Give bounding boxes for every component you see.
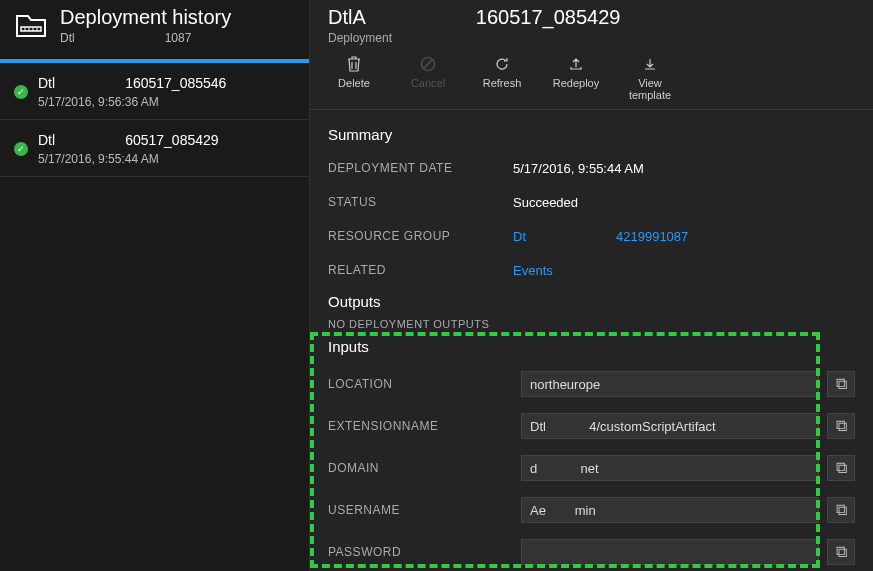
password-input[interactable] (521, 539, 819, 565)
delete-button[interactable]: Delete (328, 55, 380, 101)
username-input[interactable] (521, 497, 819, 523)
resource-group-link[interactable]: Dt4219991087 (513, 229, 688, 244)
deployment-time: 5/17/2016, 9:55:44 AM (38, 152, 219, 166)
location-label: LOCATION (328, 377, 513, 391)
summary-heading: Summary (328, 126, 855, 143)
password-label: PASSWORD (328, 545, 513, 559)
inputs-heading: Inputs (328, 338, 855, 355)
location-input[interactable] (521, 371, 819, 397)
view-template-button[interactable]: View template (624, 55, 676, 101)
copy-button[interactable]: ⧉ (827, 497, 855, 523)
deployment-name: Dtl60517_085429 (38, 132, 219, 148)
copy-icon: ⧉ (836, 375, 847, 393)
trash-icon (345, 55, 363, 73)
deployment-list-item[interactable]: ✓ Dtl160517_085546 5/17/2016, 9:56:36 AM (0, 63, 309, 120)
redeploy-icon (567, 55, 585, 73)
outputs-heading: Outputs (328, 293, 855, 310)
resource-group-label: RESOURCE GROUP (328, 229, 513, 243)
extensionname-input[interactable] (521, 413, 819, 439)
copy-icon: ⧉ (836, 417, 847, 435)
events-link[interactable]: Events (513, 263, 553, 278)
deployment-history-subtitle: Dtl1087 (60, 31, 231, 45)
copy-button[interactable]: ⧉ (827, 539, 855, 565)
no-outputs-text: NO DEPLOYMENT OUTPUTS (328, 318, 855, 330)
deployment-detail-title: DtlA160517_085429 (328, 6, 855, 29)
status-success-icon: ✓ (14, 85, 28, 99)
related-label: RELATED (328, 263, 513, 277)
copy-icon: ⧉ (836, 543, 847, 561)
refresh-icon (493, 55, 511, 73)
cancel-button: Cancel (402, 55, 454, 101)
cancel-icon (419, 55, 437, 73)
copy-button[interactable]: ⧉ (827, 455, 855, 481)
deployment-list: ✓ Dtl160517_085546 5/17/2016, 9:56:36 AM… (0, 63, 309, 571)
deployment-history-title: Deployment history (60, 6, 231, 29)
svg-line-6 (424, 60, 433, 69)
deployment-list-item[interactable]: ✓ Dtl60517_085429 5/17/2016, 9:55:44 AM (0, 120, 309, 177)
extensionname-label: EXTENSIONNAME (328, 419, 513, 433)
deployment-time: 5/17/2016, 9:56:36 AM (38, 95, 226, 109)
status-success-icon: ✓ (14, 142, 28, 156)
username-label: USERNAME (328, 503, 513, 517)
refresh-button[interactable]: Refresh (476, 55, 528, 101)
history-icon (14, 13, 48, 39)
redeploy-button[interactable]: Redeploy (550, 55, 602, 101)
deployment-date-value: 5/17/2016, 9:55:44 AM (513, 161, 644, 176)
status-value: Succeeded (513, 195, 578, 210)
copy-button[interactable]: ⧉ (827, 371, 855, 397)
copy-icon: ⧉ (836, 501, 847, 519)
svg-rect-0 (21, 27, 41, 31)
deployment-date-label: DEPLOYMENT DATE (328, 161, 513, 175)
domain-input[interactable] (521, 455, 819, 481)
download-icon (641, 55, 659, 73)
deployment-detail-subtitle: Deployment (328, 31, 855, 45)
deployment-name: Dtl160517_085546 (38, 75, 226, 91)
copy-icon: ⧉ (836, 459, 847, 477)
status-label: STATUS (328, 195, 513, 209)
domain-label: DOMAIN (328, 461, 513, 475)
copy-button[interactable]: ⧉ (827, 413, 855, 439)
